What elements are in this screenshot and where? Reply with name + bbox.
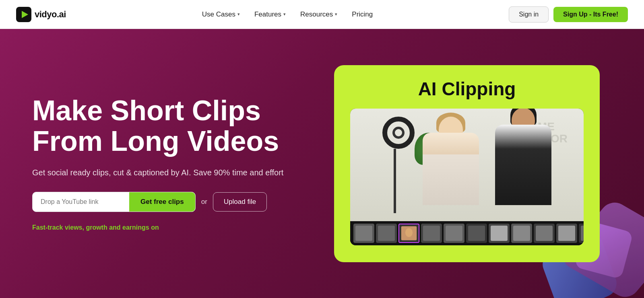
signup-button[interactable]: Sign Up - Its Free!	[553, 7, 628, 22]
youtube-input-wrap: Get free clips	[32, 192, 196, 212]
navbar: vidyo.ai Use Cases ▾ Features ▾ Resource…	[0, 0, 644, 29]
logo-text: vidyo.ai	[35, 9, 66, 20]
filmstrip	[350, 221, 584, 245]
video-scene: SOME FACTOR	[350, 109, 584, 221]
use-cases-chevron-icon: ▾	[237, 12, 240, 17]
hero-title-line2: From Long Videos	[32, 125, 279, 157]
get-clips-button[interactable]: Get free clips	[129, 192, 195, 212]
nav-right: Sign in Sign Up - Its Free!	[509, 6, 628, 23]
hero-title-line1: Make Short Clips	[32, 95, 261, 126]
svg-rect-18	[513, 226, 530, 241]
ring-light	[382, 117, 415, 149]
camera-stand	[394, 149, 396, 213]
use-cases-label: Use Cases	[202, 10, 235, 18]
resources-chevron-icon: ▾	[335, 12, 337, 17]
svg-rect-10	[423, 226, 440, 241]
person2	[495, 125, 551, 221]
nav-resources[interactable]: Resources ▾	[300, 10, 337, 18]
svg-point-8	[405, 228, 413, 237]
logo-icon	[16, 7, 31, 22]
person1-body	[423, 133, 479, 205]
svg-rect-12	[446, 226, 462, 241]
film-thumb-9	[534, 224, 555, 243]
video-preview: SOME FACTOR	[350, 109, 584, 245]
nav-center: Use Cases ▾ Features ▾ Resources ▾ Prici…	[202, 10, 373, 18]
svg-rect-3	[355, 226, 372, 241]
hero-subtitle: Get social ready clips, cut & captioned …	[32, 168, 306, 177]
film-thumb-11	[579, 224, 584, 243]
film-thumb-6	[466, 224, 487, 243]
hero-title: Make Short Clips From Long Videos	[32, 96, 306, 156]
svg-rect-5	[378, 226, 395, 241]
signin-button[interactable]: Sign in	[509, 6, 549, 23]
film-thumb-1	[353, 224, 374, 243]
or-text: or	[201, 198, 207, 206]
hero-input-row: Get free clips or Upload file	[32, 192, 306, 212]
svg-rect-24	[581, 226, 584, 241]
logo[interactable]: vidyo.ai	[16, 7, 66, 22]
nav-use-cases[interactable]: Use Cases ▾	[202, 10, 240, 18]
svg-rect-22	[558, 226, 575, 241]
hero-section: Make Short Clips From Long Videos Get so…	[0, 29, 644, 298]
ai-clipping-card: AI Clipping S	[334, 65, 600, 262]
ai-card-title: AI Clipping	[418, 78, 516, 100]
film-thumb-3-active	[398, 224, 419, 243]
film-thumb-5	[444, 224, 464, 243]
youtube-input[interactable]	[33, 193, 129, 211]
nav-features[interactable]: Features ▾	[254, 10, 286, 18]
film-thumb-7	[489, 224, 510, 243]
ring-light-inner	[392, 127, 405, 139]
film-thumb-8	[511, 224, 532, 243]
hero-left: Make Short Clips From Long Videos Get so…	[32, 96, 306, 231]
resources-label: Resources	[300, 10, 333, 18]
hero-right: AI Clipping S	[306, 65, 612, 262]
person2-body	[495, 125, 551, 205]
film-thumb-4	[421, 224, 442, 243]
person1	[423, 133, 479, 221]
nav-pricing[interactable]: Pricing	[352, 10, 373, 18]
pricing-label: Pricing	[352, 10, 373, 18]
film-thumb-2	[376, 224, 397, 243]
film-thumb-10	[556, 224, 577, 243]
fast-track-text: Fast-track views, growth and earnings on	[32, 224, 306, 231]
upload-file-button[interactable]: Upload file	[213, 192, 267, 212]
svg-rect-16	[491, 226, 508, 241]
features-label: Features	[254, 10, 281, 18]
features-chevron-icon: ▾	[283, 12, 286, 17]
svg-rect-20	[536, 226, 553, 241]
svg-rect-14	[468, 226, 485, 241]
